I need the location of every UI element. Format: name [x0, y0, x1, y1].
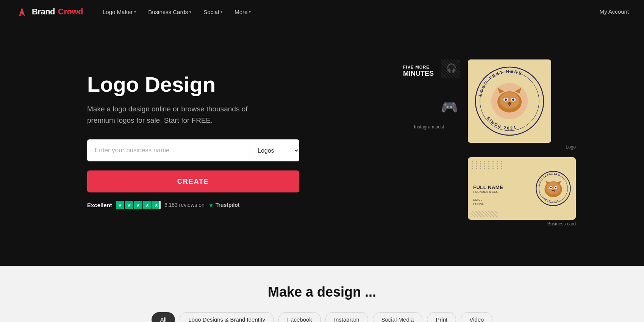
- biz-stripes: [471, 211, 497, 217]
- instagram-preview-card: FIVE MORE MINUTES 🎧 🎮: [398, 59, 460, 122]
- nav-label-more: More: [234, 9, 247, 15]
- pill-facebook[interactable]: Facebook: [278, 312, 321, 322]
- instagram-card-label: Instagram post: [398, 122, 460, 130]
- logo-svg: LOGO TEXT HERE SINCE 2021: [468, 59, 551, 143]
- svg-point-12: [505, 98, 507, 101]
- type-select[interactable]: Logos: [250, 139, 299, 161]
- left-card-column: FIVE MORE MINUTES 🎧 🎮 Instagram post: [398, 59, 460, 130]
- hero-right: FIVE MORE MINUTES 🎧 🎮 Instagram post: [299, 56, 576, 227]
- search-row: Logos: [87, 139, 299, 161]
- pill-social-media[interactable]: Social Media: [373, 312, 423, 322]
- hero-section: Logo Design Make a logo design online or…: [0, 23, 644, 266]
- nav-links: Logo Maker ▾ Business Cards ▾ Social ▾ M…: [98, 6, 599, 18]
- svg-marker-0: [19, 7, 25, 16]
- pill-all[interactable]: All: [152, 312, 175, 322]
- instagram-card-content: FIVE MORE MINUTES 🎧 🎮: [398, 59, 460, 122]
- nav-item-logo-maker[interactable]: Logo Maker ▾: [98, 6, 141, 18]
- biz-phone: PHONE: [473, 202, 525, 206]
- logo-card-wrapper: LOGO TEXT HERE SINCE 2021 Logo: [468, 59, 576, 150]
- nav-label-business-cards: Business Cards: [148, 9, 188, 15]
- controller-icon: 🎮: [441, 99, 458, 115]
- nav-label-logo-maker: Logo Maker: [103, 9, 133, 15]
- business-card-wrapper: FULL NAME FOUNDER & CEO EMAIL PHONE: [468, 157, 576, 227]
- trust-reviews: 6,163 reviews on: [164, 202, 205, 208]
- trustpilot-row: Excellent ★ ★ ★ ★ ★ 6,163 reviews on ★ T…: [87, 201, 299, 209]
- logo-card-label: Logo: [468, 143, 576, 150]
- trustpilot-star-icon: ★: [208, 202, 214, 209]
- pill-print[interactable]: Print: [427, 312, 456, 322]
- biz-right: LOGO TEXT HERE SINCE 2021: [530, 157, 576, 220]
- chevron-down-icon: ▾: [134, 10, 136, 14]
- my-account-link[interactable]: My Account: [599, 8, 629, 15]
- biz-full-name: FULL NAME: [473, 184, 525, 190]
- nav-label-social: Social: [203, 9, 219, 15]
- headphone-icon: 🎧: [446, 63, 456, 73]
- star-5-half: ★: [152, 201, 161, 209]
- biz-dots: [472, 161, 504, 169]
- svg-point-28: [552, 189, 554, 191]
- trust-excellent: Excellent: [87, 202, 112, 208]
- chevron-down-icon: ▾: [189, 10, 191, 14]
- business-card-preview: FULL NAME FOUNDER & CEO EMAIL PHONE: [468, 157, 576, 220]
- star-3: ★: [134, 201, 142, 209]
- pill-logo-designs[interactable]: Logo Designs & Brand Identity: [180, 312, 274, 322]
- hero-title: Logo Design: [87, 73, 299, 96]
- star-4: ★: [143, 201, 152, 209]
- right-card-column: LOGO TEXT HERE SINCE 2021 Logo: [468, 59, 576, 227]
- bottom-title: Make a design ...: [0, 284, 644, 300]
- brand-logo[interactable]: BrandCrowd: [15, 5, 83, 19]
- pill-video[interactable]: Video: [461, 312, 492, 322]
- instagram-card-wrapper: FIVE MORE MINUTES 🎧 🎮 Instagram post: [398, 59, 460, 130]
- brand-icon: [15, 5, 29, 19]
- nav-right: My Account: [599, 8, 629, 15]
- logo-preview-card: LOGO TEXT HERE SINCE 2021: [468, 59, 551, 143]
- biz-logo-svg: LOGO TEXT HERE SINCE 2021: [533, 169, 573, 208]
- hero-left: Logo Design Make a logo design online or…: [87, 73, 299, 209]
- svg-point-7: [500, 92, 519, 109]
- chevron-down-icon: ▾: [220, 10, 222, 14]
- filter-pills: All Logo Designs & Brand Identity Facebo…: [0, 312, 644, 322]
- trustpilot-logo: ★ Trustpilot: [208, 202, 240, 209]
- search-input[interactable]: [87, 139, 250, 161]
- pill-instagram[interactable]: Instagram: [325, 312, 368, 322]
- create-button[interactable]: CREATE: [87, 170, 299, 192]
- nav-item-business-cards[interactable]: Business Cards ▾: [144, 6, 196, 18]
- hero-subtitle: Make a logo design online or browse thou…: [87, 103, 269, 126]
- navbar: BrandCrowd Logo Maker ▾ Business Cards ▾…: [0, 0, 644, 23]
- svg-point-13: [512, 98, 514, 101]
- biz-left: FULL NAME FOUNDER & CEO EMAIL PHONE: [468, 164, 530, 213]
- brand-name-brand: Brand: [32, 7, 55, 17]
- star-2: ★: [125, 201, 133, 209]
- business-card-label: Business card: [468, 220, 576, 227]
- svg-point-26: [550, 187, 552, 188]
- nav-item-more[interactable]: More ▾: [230, 6, 255, 18]
- chevron-down-icon: ▾: [249, 10, 251, 14]
- biz-email: EMAIL: [473, 198, 525, 202]
- svg-point-27: [555, 187, 556, 188]
- brand-name-crowd: Crowd: [58, 7, 83, 17]
- trustpilot-name: Trustpilot: [216, 202, 240, 208]
- trust-stars: ★ ★ ★ ★ ★: [116, 201, 161, 209]
- svg-point-14: [508, 102, 511, 105]
- star-1: ★: [116, 201, 124, 209]
- nav-item-social[interactable]: Social ▾: [199, 6, 227, 18]
- bottom-section: Make a design ... All Logo Designs & Bra…: [0, 266, 644, 322]
- biz-title: FOUNDER & CEO: [473, 190, 525, 194]
